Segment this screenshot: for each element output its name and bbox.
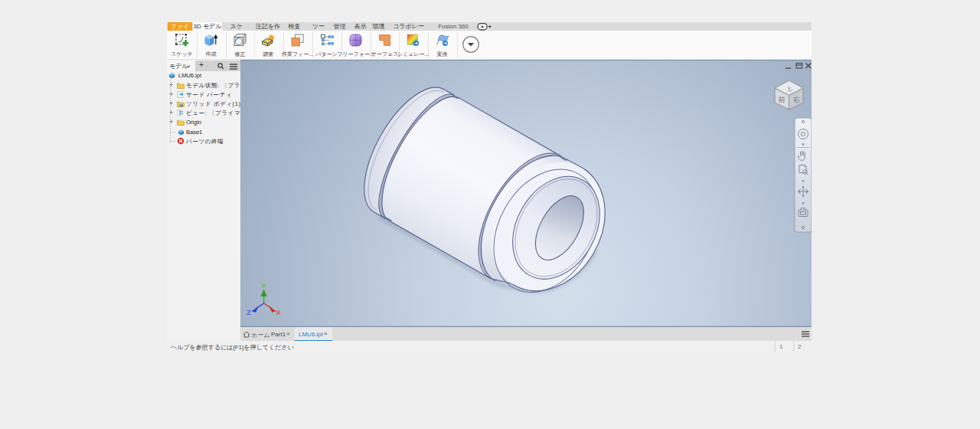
- svg-text:Y: Y: [262, 282, 266, 290]
- svg-text:Z: Z: [247, 309, 251, 316]
- svg-text:右: 右: [792, 96, 800, 103]
- svg-text:前: 前: [779, 96, 786, 103]
- svg-text:X: X: [276, 309, 280, 316]
